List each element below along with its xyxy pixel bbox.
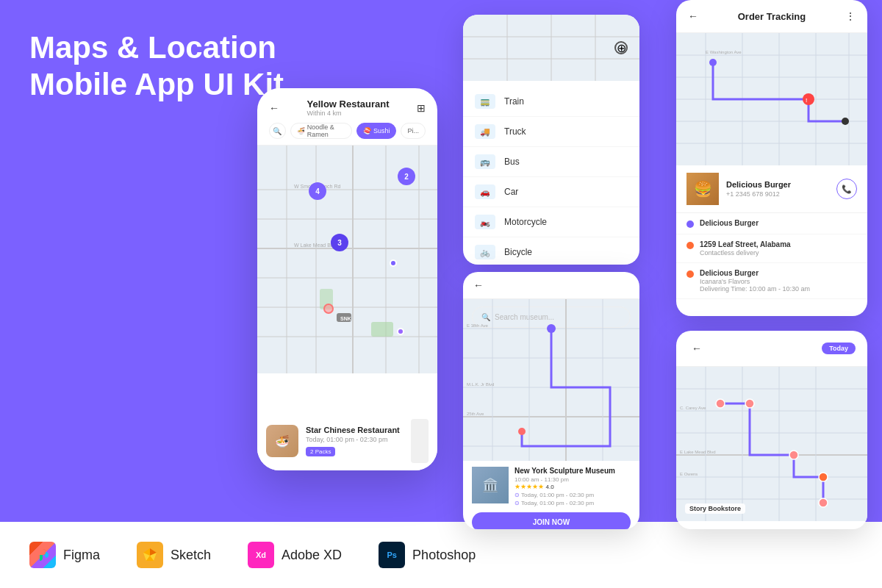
filter-more[interactable]: Pi... [401,123,426,139]
museum-info: 🏛️ New York Sculpture Museum 10:00 am - … [472,467,631,506]
svg-text:E Washington Ave: E Washington Ave [706,50,742,54]
pickup-name: Delicious Burger [700,219,759,227]
restaurant-loc-name: Delicious Burger [700,269,810,277]
tool-xd: Xd Adobe XD [248,542,342,568]
restaurant-dot [686,270,694,278]
title-line1: Maps & Location [29,29,284,66]
figma-icon [29,542,56,568]
order-title: Order Tracking [738,11,806,22]
museum-back[interactable]: ← [473,279,484,291]
museum-time1: ⊙ Today, 01:00 pm - 02:30 pm [514,492,631,498]
phone-map: W Smoke Ranch Rd W Lake Mead Blvd SNK 4 … [257,146,437,373]
svg-point-56 [803,93,814,105]
filter-icon[interactable]: ⊞ [417,102,426,114]
svg-text:25th Ave: 25th Ave [467,412,484,416]
svg-text:SNK: SNK [340,316,351,321]
filter-noodle[interactable]: 🍜 Noodle & Ramen [290,123,352,139]
burger-info: Delicious Burger +1 2345 678 9012 [726,180,829,198]
svg-point-54 [709,59,717,66]
xd-icon: Xd [248,542,274,568]
svg-point-71 [716,399,725,408]
pickup-dot [686,220,694,228]
restaurant-badge: 2 Packs [306,447,335,456]
museum-details: New York Sculpture Museum 10:00 am - 11:… [514,467,631,506]
restaurant-subtitle: Within 4 km [307,110,390,117]
phone-header: ← Yellow Restaurant Within 4 km ⊞ 🔍 🍜 No… [257,88,437,146]
restaurant-image: 🍜 [266,425,298,457]
bicycle-icon: 🚲 [475,245,495,259]
sketch-icon [137,542,163,568]
order-card: ← Order Tracking ⋮ E Washington Ave [676,0,867,316]
tool-sketch: Sketch [137,542,211,568]
restaurant-info: Star Chinese Restaurant Today, 01:00 pm … [306,426,404,456]
museum-header: ← [463,272,639,299]
svg-text:E Lake Mead Blvd: E Lake Mead Blvd [680,450,716,454]
title-line2: Mobile App UI Kit [29,66,284,103]
burger-name: Delicious Burger [726,180,829,189]
transport-bicycle[interactable]: 🚲 Bicycle [463,237,639,265]
back-arrow[interactable]: ← [269,102,279,114]
museum-image: 🏛️ [472,467,509,503]
call-button[interactable]: 📞 [836,179,857,199]
svg-point-41 [547,324,556,333]
svg-point-74 [819,473,828,481]
transport-car[interactable]: 🚗 Car [463,177,639,207]
phone-main: ← Yellow Restaurant Within 4 km ⊞ 🔍 🍜 No… [257,88,437,470]
location-delivery: 1259 Leaf Street, Alabama Contactless de… [676,234,867,263]
transport-card: ⊕ 🚃 Train 🚚 Truck 🚌 Bus 🚗 Car 🏍️ Motorcy… [463,15,639,265]
join-button[interactable]: JOIN NOW [472,512,631,529]
filter-sushi[interactable]: 🍣 Sushi [356,123,397,139]
map-badge-4: 4 [309,182,326,200]
svg-text:C. Carey Ave: C. Carey Ave [680,406,706,410]
svg-text:E 38th Ave: E 38th Ave [467,323,489,328]
transport-motorcycle[interactable]: 🏍️ Motorcycle [463,207,639,237]
story-label: Story Bookstore [685,503,745,514]
photoshop-label: Photoshop [412,548,476,563]
map-badge-3: 3 [331,234,348,251]
ps-icon: Ps [379,542,405,568]
figma-label: Figma [63,548,100,563]
transport-list: 🚃 Train 🚚 Truck 🚌 Bus 🚗 Car 🏍️ Motorcycl… [463,81,639,265]
xd-label: Adobe XD [282,548,342,563]
restaurant-card: 🍜 Star Chinese Restaurant Today, 01:00 p… [257,412,437,470]
svg-point-55 [842,118,849,125]
story-header: ← Today [676,331,867,367]
train-icon: 🚃 [475,94,495,109]
story-back[interactable]: ← [688,340,706,357]
map-dot-blue [390,259,397,267]
transport-truck[interactable]: 🚚 Truck [463,117,639,147]
restaurant-time: Today, 01:00 pm - 02:30 pm [306,436,404,443]
burger-phone: +1 2345 678 9012 [726,190,829,198]
svg-text:!: ! [806,98,807,103]
order-menu[interactable]: ⋮ [845,10,856,22]
order-header: ← Order Tracking ⋮ [676,0,867,33]
story-card: ← Today C. Carey Ave E Lake Mead Blvd E … [676,331,867,529]
motorcycle-icon: 🏍️ [475,215,495,229]
search-box[interactable]: 🔍 [269,123,286,139]
sketch-label: Sketch [171,548,211,563]
location-pickup: Delicious Burger [676,213,867,234]
tool-photoshop: Ps Photoshop [379,542,476,568]
map-dot-purple [397,328,404,335]
map-badge-2: 2 [398,168,415,185]
museum-hours: 10:00 am - 11:30 pm [514,476,631,483]
filter-row: 🔍 🍜 Noodle & Ramen 🍣 Sushi Pi... [269,123,426,139]
svg-point-73 [789,451,798,459]
location-restaurant: Delicious Burger Icanara's Flavors Deliv… [676,263,867,299]
delivery-dot [686,242,694,249]
order-map: E Washington Ave ! [676,33,867,165]
burger-card: 🍔 Delicious Burger +1 2345 678 9012 📞 [676,165,867,213]
order-back[interactable]: ← [688,10,698,22]
svg-point-42 [518,428,526,435]
bottom-bar: Figma Sketch Xd Adobe XD Ps Photoshop [0,522,882,588]
transport-map: ⊕ [463,15,639,81]
transport-train[interactable]: 🚃 Train [463,87,639,117]
svg-text:E Owens: E Owens [680,472,698,476]
card-arrow[interactable] [411,419,429,463]
burger-image: 🍔 [686,173,719,205]
title-area: Maps & Location Mobile App UI Kit [29,29,284,104]
svg-rect-20 [371,322,393,337]
crosshair-icon[interactable]: ⊕ [614,41,628,54]
transport-bus[interactable]: 🚌 Bus [463,147,639,177]
delivery-address: 1259 Leaf Street, Alabama [700,240,791,248]
